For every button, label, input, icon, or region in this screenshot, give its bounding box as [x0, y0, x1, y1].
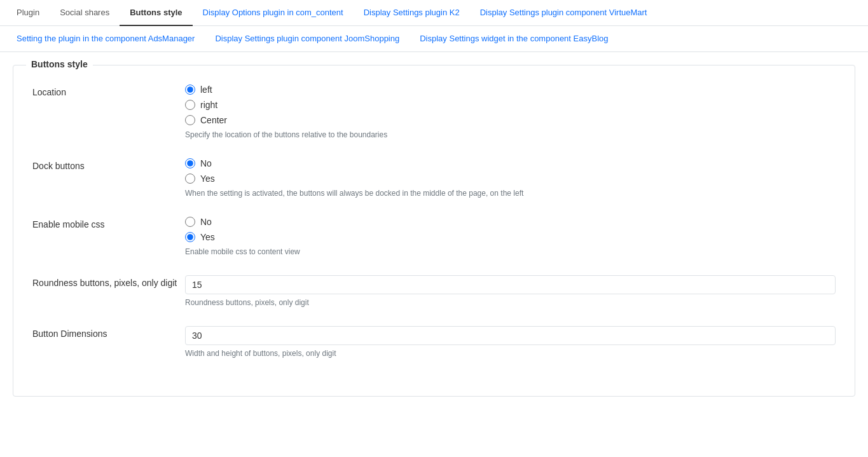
buttons-style-panel: Buttons style Location left right Center… — [13, 65, 855, 397]
mobile-css-row: Enable mobile css No Yes Enable mobile c… — [32, 217, 836, 256]
location-controls: left right Center Specify the location o… — [185, 85, 836, 139]
location-right-radio[interactable] — [185, 100, 195, 110]
mobile-no-option[interactable]: No — [185, 217, 836, 227]
mobile-css-hint: Enable mobile css to content view — [185, 247, 836, 256]
button-dimensions-hint: Width and height of buttons, pixels, onl… — [185, 349, 836, 358]
tab-social-shares[interactable]: Social shares — [50, 0, 120, 26]
mobile-yes-radio[interactable] — [185, 232, 195, 242]
button-dimensions-label: Button Dimensions — [32, 326, 185, 339]
roundness-row: Roundness buttons, pixels, only digit Ro… — [32, 275, 836, 307]
location-left-label: left — [200, 85, 212, 95]
dock-no-option[interactable]: No — [185, 158, 836, 168]
dock-yes-label: Yes — [200, 174, 215, 184]
tab-display-settings-k2[interactable]: Display Settings plugin K2 — [354, 0, 470, 26]
dock-no-radio[interactable] — [185, 158, 195, 168]
tab-display-settings-virtuemart[interactable]: Display Settings plugin component Virtue… — [470, 0, 658, 26]
location-row: Location left right Center Specify the l… — [32, 85, 836, 139]
location-center-label: Center — [200, 115, 227, 125]
mobile-css-controls: No Yes Enable mobile css to content view — [185, 217, 836, 256]
tab-display-options-com-content[interactable]: Display Options plugin in com_content — [193, 0, 354, 26]
panel-title: Buttons style — [26, 59, 93, 69]
dock-buttons-controls: No Yes When the setting is activated, th… — [185, 158, 836, 198]
tab-display-settings-joomshopping[interactable]: Display Settings plugin component JoomSh… — [205, 26, 410, 52]
button-dimensions-row: Button Dimensions Width and height of bu… — [32, 326, 836, 358]
mobile-yes-label: Yes — [200, 232, 215, 242]
tab-bar-row1: Plugin Social shares Buttons style Displ… — [0, 0, 868, 26]
dock-yes-radio[interactable] — [185, 174, 195, 184]
dock-no-label: No — [200, 158, 212, 168]
dock-yes-option[interactable]: Yes — [185, 174, 836, 184]
location-right-option[interactable]: right — [185, 100, 836, 110]
roundness-hint: Roundness buttons, pixels, only digit — [185, 298, 836, 307]
location-center-radio[interactable] — [185, 115, 195, 125]
roundness-input[interactable] — [185, 275, 836, 294]
mobile-yes-option[interactable]: Yes — [185, 232, 836, 242]
tab-plugin[interactable]: Plugin — [6, 0, 50, 26]
dock-buttons-label: Dock buttons — [32, 158, 185, 171]
tab-setting-adsmanager[interactable]: Setting the plugin in the component AdsM… — [6, 26, 205, 52]
mobile-css-label: Enable mobile css — [32, 217, 185, 229]
dock-buttons-hint: When the setting is activated, the butto… — [185, 189, 836, 198]
location-center-option[interactable]: Center — [185, 115, 836, 125]
location-left-option[interactable]: left — [185, 85, 836, 95]
location-left-radio[interactable] — [185, 85, 195, 95]
main-content: Buttons style Location left right Center… — [0, 52, 868, 409]
button-dimensions-input[interactable] — [185, 326, 836, 345]
tab-bar-row2: Setting the plugin in the component AdsM… — [0, 26, 868, 52]
location-label: Location — [32, 85, 185, 97]
roundness-label: Roundness buttons, pixels, only digit — [32, 275, 185, 288]
location-hint: Specify the location of the buttons rela… — [185, 130, 836, 139]
roundness-controls: Roundness buttons, pixels, only digit — [185, 275, 836, 307]
location-right-label: right — [200, 100, 217, 110]
tab-display-settings-easyblog[interactable]: Display Settings widget in the component… — [410, 26, 618, 52]
mobile-no-label: No — [200, 217, 212, 227]
tab-buttons-style[interactable]: Buttons style — [120, 0, 192, 26]
mobile-no-radio[interactable] — [185, 217, 195, 227]
dock-buttons-row: Dock buttons No Yes When the setting is … — [32, 158, 836, 198]
button-dimensions-controls: Width and height of buttons, pixels, onl… — [185, 326, 836, 358]
